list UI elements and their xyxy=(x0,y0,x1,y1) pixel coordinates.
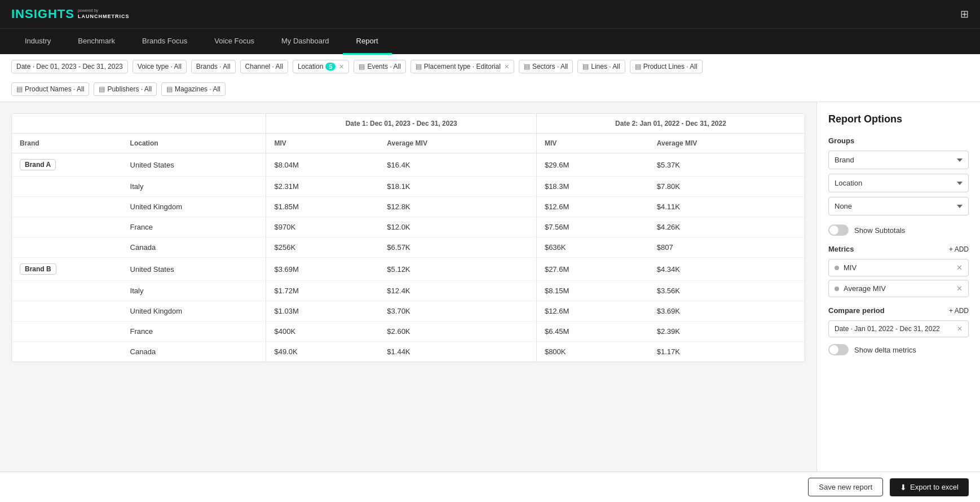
miv-cell: $8.04M xyxy=(266,153,379,177)
filter-product-names[interactable]: ▤ Product Names · All xyxy=(11,82,89,96)
avg-miv2-cell: $5.37K xyxy=(649,153,805,177)
filter-product-lines[interactable]: ▤ Product Lines · All xyxy=(630,60,703,73)
date1-header: Date 1: Dec 01, 2023 - Dec 31, 2023 xyxy=(266,114,536,134)
compare-period-row: Compare period + ADD xyxy=(828,306,969,315)
logo-text: INSIGHTS xyxy=(11,7,74,21)
miv-cell: $3.69M xyxy=(266,258,379,281)
filter-channel[interactable]: Channel · All xyxy=(240,60,288,73)
brand-cell xyxy=(12,217,122,237)
export-excel-button[interactable]: ⬇ Export to excel xyxy=(890,478,969,496)
table-row: Brand BUnited States$3.69M$5.12K$27.6M$4… xyxy=(12,258,805,281)
magazines-icon: ▤ xyxy=(166,85,173,93)
filter-placement-type[interactable]: ▤ Placement type · Editorial ✕ xyxy=(410,60,514,73)
lines-icon: ▤ xyxy=(582,63,589,71)
metrics-header: Metrics + ADD xyxy=(828,245,969,253)
miv2-cell: $636K xyxy=(536,237,648,258)
nav-item-brands-focus[interactable]: Brands Focus xyxy=(129,29,201,55)
table-row: Italy$1.72M$12.4K$8.15M$3.56K xyxy=(12,281,805,301)
avg-miv-cell: $6.57K xyxy=(379,237,536,258)
location-cell: United Kingdom xyxy=(122,197,266,217)
group2-select[interactable]: Location xyxy=(828,174,969,192)
avg-miv2-cell: $3.69K xyxy=(649,301,805,322)
show-delta-toggle[interactable] xyxy=(828,344,849,355)
metrics-add-btn[interactable]: + ADD xyxy=(949,245,969,253)
report-table: Date 1: Dec 01, 2023 - Dec 31, 2023 Date… xyxy=(12,114,805,362)
miv2-cell: $800K xyxy=(536,342,648,362)
brand-label: Brand B xyxy=(20,263,56,275)
avg-miv2-cell: $4.11K xyxy=(649,197,805,217)
brand-cell xyxy=(12,322,122,342)
compare-date-remove[interactable]: ✕ xyxy=(957,325,963,333)
show-delta-label: Show delta metrics xyxy=(854,346,916,354)
events-icon: ▤ xyxy=(359,63,365,71)
bottom-bar: Save new report ⬇ Export to excel xyxy=(0,472,980,502)
group1-select[interactable]: Brand xyxy=(828,151,969,169)
miv2-cell: $18.3M xyxy=(536,177,648,197)
col-brand-header: Brand xyxy=(12,134,122,153)
filter-date[interactable]: Date · Dec 01, 2023 - Dec 31, 2023 xyxy=(11,60,128,73)
nav-item-voice-focus[interactable]: Voice Focus xyxy=(201,29,268,55)
group3-select[interactable]: None xyxy=(828,197,969,215)
metric-avg-miv-chip: Average MIV ✕ xyxy=(828,280,969,297)
location-cell: Canada xyxy=(122,237,266,258)
miv-cell: $970K xyxy=(266,217,379,237)
filter-location-close[interactable]: ✕ xyxy=(339,63,344,71)
filter-voice-type[interactable]: Voice type · All xyxy=(133,60,187,73)
brand-cell: Brand A xyxy=(12,153,122,177)
filter-publishers[interactable]: ▤ Publishers · All xyxy=(94,82,157,96)
groups-label: Groups xyxy=(828,136,969,145)
brand-cell xyxy=(12,177,122,197)
save-report-button[interactable]: Save new report xyxy=(808,478,883,496)
avg-miv2-cell: $3.56K xyxy=(649,281,805,301)
miv-cell: $400K xyxy=(266,322,379,342)
filter-magazines[interactable]: ▤ Magazines · All xyxy=(161,82,226,96)
col-miv2-header: MIV xyxy=(536,134,648,153)
filter-events[interactable]: ▤ Events · All xyxy=(354,60,405,73)
metric-avg-miv-remove[interactable]: ✕ xyxy=(956,284,963,293)
miv2-cell: $6.45M xyxy=(536,322,648,342)
grid-icon[interactable]: ⊞ xyxy=(960,8,969,20)
metric-miv-remove[interactable]: ✕ xyxy=(956,263,963,272)
avg-miv-cell: $1.44K xyxy=(379,342,536,362)
filter-sectors[interactable]: ▤ Sectors · All xyxy=(519,60,573,73)
compare-period-add-btn[interactable]: + ADD xyxy=(949,307,969,315)
nav-item-my-dashboard[interactable]: My Dashboard xyxy=(268,29,343,55)
filter-brands[interactable]: Brands · All xyxy=(191,60,236,73)
avg-miv2-cell: $807 xyxy=(649,237,805,258)
location-badge: 5 xyxy=(325,63,336,71)
filter-placement-close[interactable]: ✕ xyxy=(504,63,509,71)
miv2-cell: $27.6M xyxy=(536,258,648,281)
col-avg-miv2-header: Average MIV xyxy=(649,134,805,153)
show-subtotals-label: Show Subtotals xyxy=(854,226,905,235)
table-row: Brand AUnited States$8.04M$16.4K$29.6M$5… xyxy=(12,153,805,177)
miv2-cell: $12.6M xyxy=(536,301,648,322)
avg-miv2-cell: $1.17K xyxy=(649,342,805,362)
miv2-cell: $8.15M xyxy=(536,281,648,301)
avg-miv2-cell: $4.34K xyxy=(649,258,805,281)
show-subtotals-toggle[interactable] xyxy=(828,224,849,236)
brand-cell xyxy=(12,342,122,362)
report-table-wrapper: Date 1: Dec 01, 2023 - Dec 31, 2023 Date… xyxy=(11,113,805,362)
miv-cell: $256K xyxy=(266,237,379,258)
filter-lines[interactable]: ▤ Lines · All xyxy=(577,60,625,73)
nav-item-industry[interactable]: Industry xyxy=(11,29,64,55)
avg-miv-dot xyxy=(835,287,839,291)
avg-miv-cell: $2.60K xyxy=(379,322,536,342)
location-cell: United States xyxy=(122,153,266,177)
main-content: Date 1: Dec 01, 2023 - Dec 31, 2023 Date… xyxy=(0,102,980,502)
table-row: Canada$256K$6.57K$636K$807 xyxy=(12,237,805,258)
logo: INSIGHTS powered by LAUNCHMETRICS xyxy=(11,7,129,21)
avg-miv-cell: $16.4K xyxy=(379,153,536,177)
product-names-icon: ▤ xyxy=(16,85,23,93)
brand-label: Brand A xyxy=(20,159,56,170)
metric-miv-chip: MIV ✕ xyxy=(828,259,969,276)
nav-item-benchmark[interactable]: Benchmark xyxy=(64,29,129,55)
nav-item-report[interactable]: Report xyxy=(343,29,392,55)
location-cell: France xyxy=(122,217,266,237)
filter-placement-label: Placement type · Editorial xyxy=(424,63,501,71)
filter-location[interactable]: Location 5 ✕ xyxy=(293,60,350,73)
location-cell: United States xyxy=(122,258,266,281)
filter-brands-label: Brands · All xyxy=(196,63,231,71)
avg-miv-cell: $12.0K xyxy=(379,217,536,237)
miv-cell: $1.03M xyxy=(266,301,379,322)
